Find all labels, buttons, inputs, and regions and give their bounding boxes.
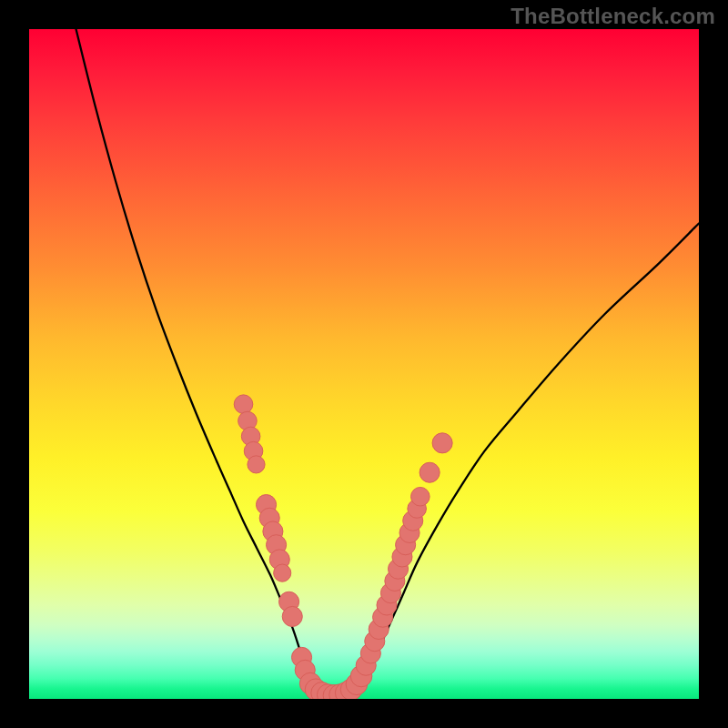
data-marker: [234, 395, 253, 414]
data-marker: [411, 487, 430, 506]
plot-area: [29, 29, 699, 699]
chart-svg: [29, 29, 699, 699]
marker-layer: [234, 395, 452, 699]
chart-frame: TheBottleneck.com: [0, 0, 728, 728]
data-marker: [282, 606, 302, 626]
watermark-text: TheBottleneck.com: [511, 4, 715, 29]
data-marker: [248, 456, 265, 473]
data-marker: [432, 433, 452, 453]
data-marker: [274, 564, 291, 581]
data-marker: [420, 462, 440, 482]
